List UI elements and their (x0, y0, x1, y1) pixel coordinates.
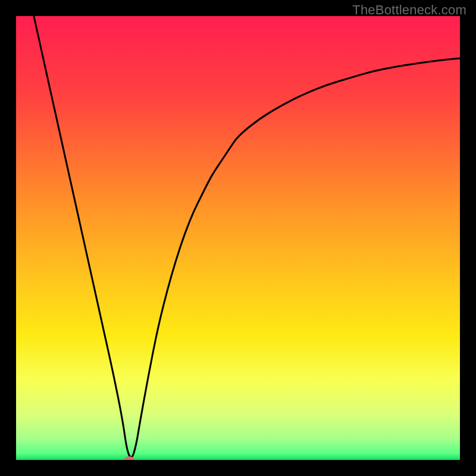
bottleneck-curve-chart (16, 16, 460, 460)
plot-area (16, 16, 460, 460)
chart-frame: TheBottleneck.com (0, 0, 476, 476)
